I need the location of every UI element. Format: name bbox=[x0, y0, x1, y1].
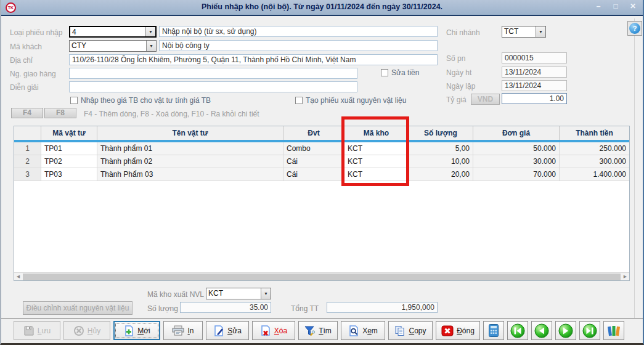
nav-first-button[interactable] bbox=[507, 321, 528, 340]
checkbox-icon bbox=[381, 69, 388, 76]
row-number-header[interactable] bbox=[14, 126, 41, 140]
dieu-chinh-xuat-button[interactable]: Điều chỉnh xuất nguyên vật liệu bbox=[23, 301, 132, 315]
print-button[interactable]: In bbox=[163, 321, 203, 340]
edit-button[interactable]: Sửa bbox=[206, 321, 249, 340]
cell-ma-vat-tu[interactable]: TP02 bbox=[41, 155, 97, 168]
books-icon bbox=[607, 325, 621, 337]
cell-ten-vat-tu[interactable]: Thành phẩm 02 bbox=[97, 155, 283, 168]
table-row[interactable]: 3 TP03 Thành Phẩm 03 Cái KCT 20,00 70.00… bbox=[14, 168, 629, 181]
col-header-thanh-tien[interactable]: Thành tiền bbox=[560, 126, 629, 140]
button-label: Xem bbox=[362, 327, 378, 335]
books-button[interactable] bbox=[603, 321, 624, 340]
cell-ten-vat-tu[interactable]: Thành Phẩm 03 bbox=[97, 168, 283, 181]
copy-button[interactable]: Copy bbox=[388, 321, 433, 340]
ty-gia-field[interactable]: 1.00 bbox=[502, 93, 567, 104]
next-record-icon bbox=[558, 323, 573, 338]
scroll-left-icon[interactable]: ◀ bbox=[14, 273, 22, 280]
cell-dvt[interactable]: Cái bbox=[283, 155, 344, 168]
cancel-circle-icon bbox=[73, 325, 84, 336]
tong-tt-field[interactable]: 1,950,000 bbox=[327, 302, 438, 313]
window-title: Phiếu nhập kho (nội bộ). Từ ngày 01/11/2… bbox=[1, 2, 643, 11]
f4-button[interactable]: F4 bbox=[11, 108, 43, 118]
cell-dvt[interactable]: Cái bbox=[283, 168, 344, 181]
ngay-ht-field[interactable]: 13/11/2024 bbox=[502, 67, 567, 78]
cell-so-luong[interactable]: 5,00 bbox=[409, 142, 473, 155]
ty-gia-label: Tỷ giá bbox=[446, 95, 467, 104]
delete-button[interactable]: Xóa bbox=[252, 321, 295, 340]
fkeys-hint: F4 - Thêm dòng, F8 - Xoá dòng, F10 - Ra … bbox=[84, 110, 259, 118]
help-button[interactable]: ? bbox=[627, 21, 642, 36]
nguoi-giao-hang-label: Ng. giao hàng bbox=[10, 70, 56, 78]
horizontal-scrollbar[interactable]: ◀ ▶ bbox=[14, 272, 629, 280]
loai-phieu-nhap-combobox[interactable]: 4 ▼ bbox=[69, 26, 157, 38]
loai-phieu-nhap-description[interactable]: Nhập nội bộ (từ sx, sử dụng) bbox=[159, 26, 438, 37]
col-header-dvt[interactable]: Đvt bbox=[283, 126, 344, 140]
nguoi-giao-hang-field[interactable] bbox=[69, 68, 357, 79]
f8-button[interactable]: F8 bbox=[44, 108, 76, 118]
calculator-button[interactable] bbox=[483, 321, 504, 340]
cell-don-gia[interactable]: 30.000 bbox=[473, 155, 560, 168]
dien-giai-field[interactable] bbox=[69, 81, 357, 92]
ngay-lap-field[interactable]: 13/11/2024 bbox=[502, 80, 567, 91]
copy-documents-icon bbox=[394, 325, 406, 336]
scroll-right-icon[interactable]: ▶ bbox=[621, 273, 629, 280]
col-header-don-gia[interactable]: Đơn giá bbox=[473, 126, 560, 140]
nav-next-button[interactable] bbox=[555, 321, 576, 340]
dia-chi-field[interactable]: 110/26-110/28 Ông Ích Khiêm, Phường 5, Q… bbox=[69, 54, 438, 65]
table-row[interactable]: 1 TP01 Thành phẩm 01 Combo KCT 5,00 50.0… bbox=[14, 142, 629, 155]
dia-chi-label: Địa chỉ bbox=[10, 56, 33, 65]
maximize-button[interactable]: □ bbox=[611, 2, 621, 10]
tao-phieu-xuat-checkbox[interactable]: Tạo phiếu xuất nguyên vật liệu bbox=[295, 96, 406, 105]
cell-thanh-tien[interactable]: 1.400.000 bbox=[560, 168, 629, 181]
cell-ma-kho[interactable]: KCT bbox=[344, 155, 409, 168]
so-pn-field[interactable]: 0000015 bbox=[502, 52, 567, 63]
chevron-down-icon[interactable]: ▼ bbox=[145, 27, 155, 36]
cell-ma-vat-tu[interactable]: TP01 bbox=[41, 142, 97, 155]
loai-phieu-nhap-value: 4 bbox=[70, 27, 145, 36]
ma-khach-combobox[interactable]: CTY ▼ bbox=[69, 40, 157, 52]
new-button[interactable]: Mới bbox=[113, 321, 160, 340]
checkbox-icon bbox=[295, 97, 303, 104]
cell-don-gia[interactable]: 70.000 bbox=[473, 168, 560, 181]
ma-khach-description[interactable]: Nội bộ công ty bbox=[159, 40, 438, 51]
view-button[interactable]: Xem bbox=[341, 321, 385, 340]
chevron-down-icon[interactable]: ▼ bbox=[536, 26, 545, 37]
ma-kho-xuat-nvl-combobox[interactable]: KCT ▼ bbox=[206, 288, 271, 299]
minimize-button[interactable]: – bbox=[593, 2, 603, 10]
col-header-ma-vat-tu[interactable]: Mã vật tư bbox=[41, 126, 97, 140]
find-button[interactable]: Tìm bbox=[298, 321, 338, 340]
close-button[interactable]: ✕ bbox=[628, 2, 638, 10]
table-row[interactable]: 2 TP02 Thành phẩm 02 Cái KCT 10,00 30.00… bbox=[14, 155, 629, 168]
cell-don-gia[interactable]: 50.000 bbox=[473, 142, 560, 155]
currency-button[interactable]: VND bbox=[471, 94, 500, 105]
button-label: Hủy bbox=[88, 327, 100, 335]
button-label: Xóa bbox=[274, 327, 287, 335]
nhap-theo-gia-tb-checkbox[interactable]: Nhập theo giá TB cho vật tư tính giá TB bbox=[70, 96, 211, 105]
chi-nhanh-combobox[interactable]: TCT ▼ bbox=[502, 26, 546, 38]
cell-so-luong[interactable]: 10,00 bbox=[409, 155, 473, 168]
sua-tien-checkbox[interactable]: Sửa tiền bbox=[381, 68, 419, 77]
col-header-ma-kho[interactable]: Mã kho bbox=[344, 126, 409, 140]
col-header-ten-vat-tu[interactable]: Tên vật tư bbox=[97, 126, 283, 140]
toolbar-separator bbox=[1, 319, 643, 319]
close-form-button[interactable]: Đóng bbox=[436, 321, 480, 340]
so-luong-tong-field[interactable]: 35.00 bbox=[180, 302, 271, 313]
nav-prev-button[interactable] bbox=[531, 321, 552, 340]
cell-so-luong[interactable]: 20,00 bbox=[409, 168, 473, 181]
save-button[interactable]: Lưu bbox=[14, 321, 60, 340]
first-record-icon bbox=[510, 323, 525, 338]
cell-ma-kho[interactable]: KCT bbox=[344, 168, 409, 181]
nav-last-button[interactable] bbox=[579, 321, 600, 340]
scrollbar-thumb[interactable] bbox=[23, 274, 621, 280]
chevron-down-icon[interactable]: ▼ bbox=[146, 41, 156, 51]
cell-thanh-tien[interactable]: 250.000 bbox=[560, 142, 629, 155]
cell-ma-vat-tu[interactable]: TP03 bbox=[41, 168, 97, 181]
cell-ten-vat-tu[interactable]: Thành phẩm 01 bbox=[97, 142, 283, 155]
cell-ma-kho[interactable]: KCT bbox=[344, 142, 409, 155]
cell-dvt[interactable]: Combo bbox=[283, 142, 344, 155]
button-label: Sửa bbox=[227, 327, 242, 335]
cancel-button[interactable]: Hủy bbox=[63, 321, 110, 340]
chevron-down-icon[interactable]: ▼ bbox=[261, 288, 271, 299]
col-header-so-luong[interactable]: Số lượng bbox=[409, 126, 473, 140]
cell-thanh-tien[interactable]: 300.000 bbox=[560, 155, 629, 168]
